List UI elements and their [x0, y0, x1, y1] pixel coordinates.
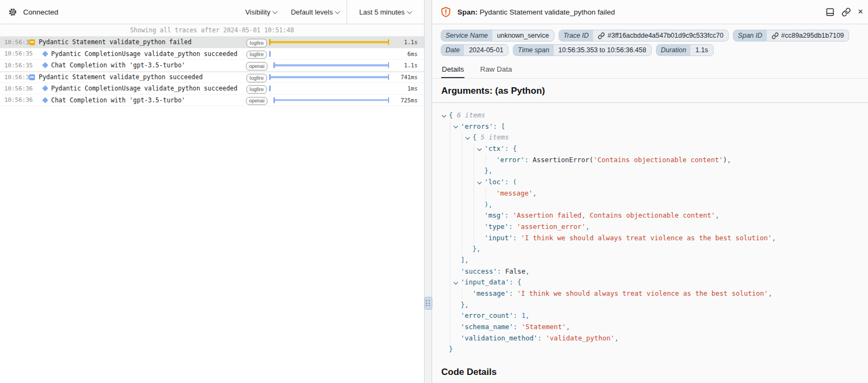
span-title-text: Pydantic Statement validate_python faile…	[479, 8, 615, 16]
link-icon[interactable]	[772, 32, 779, 39]
tab-details[interactable]: Details	[441, 62, 464, 78]
code-line: 'msg': 'Assertion failed, Contains objec…	[441, 210, 868, 221]
code-line: 'loc': (	[441, 177, 868, 188]
panel-divider	[425, 0, 432, 383]
span-diamond-icon	[42, 62, 48, 68]
duration-bar	[269, 60, 393, 71]
code-line: { 6 items	[441, 110, 868, 121]
trace-row[interactable]: 10:56:36Pydantic Statement validate_pyth…	[0, 72, 424, 83]
duration-bar	[269, 83, 393, 94]
collapse-toggle-info-icon[interactable]	[29, 74, 35, 80]
trace-row-timestamp: 10:56:35	[0, 62, 29, 69]
warning-shield-icon	[440, 6, 451, 18]
collapse-chevron-icon[interactable]	[477, 179, 482, 184]
trace-row-timestamp: 10:56:36	[0, 74, 29, 81]
meta-pill-label: Trace ID	[559, 30, 593, 41]
code-line: 'success': False,	[441, 266, 868, 277]
code-line: { 5 items	[441, 132, 868, 143]
trace-row[interactable]: 10:56:35Pydantic CompletionUsage validat…	[0, 48, 424, 60]
duration-label: 725ms	[393, 97, 424, 103]
scope-badge: logfire	[246, 74, 267, 82]
meta-pill-label: Date	[441, 45, 464, 55]
tab-raw-data[interactable]: Raw Data	[479, 62, 512, 78]
span-diamond-icon	[42, 97, 48, 103]
code-line: 'schema_name': 'Statement',	[441, 322, 868, 333]
trace-row[interactable]: 10:56:35Chat Completion with 'gpt-3.5-tu…	[0, 60, 424, 72]
duration-bar	[269, 95, 393, 106]
duration-label: 6ms	[393, 51, 424, 57]
default-levels-dropdown-label: Default levels	[291, 8, 333, 16]
traces-panel-header: Connected Visibility Default levels Last…	[0, 0, 424, 24]
trace-row-timestamp: 10:56:36	[0, 85, 29, 92]
link-icon[interactable]	[598, 32, 605, 39]
gear-icon[interactable]	[8, 8, 17, 17]
meta-pill: Time span10:56:35.353 to 10:56:36.458	[513, 44, 652, 56]
collapse-chevron-icon[interactable]	[442, 113, 446, 117]
connection-status: Connected	[23, 8, 58, 16]
meta-pill-value: 10:56:35.353 to 10:56:36.458	[554, 45, 651, 55]
resize-grip-handle[interactable]	[424, 297, 432, 310]
span-meta: Service Nameunknown_serviceTrace ID#3ff1…	[432, 24, 868, 56]
code-line: },	[441, 243, 868, 255]
meta-pill-value: #cc89a295db1b7109	[767, 30, 849, 41]
code-line: ),	[441, 199, 868, 211]
meta-pill: Trace ID#3ff16acbdde4a547b01d9c9c533fcc7…	[559, 30, 729, 41]
traces-panel: Connected Visibility Default levels Last…	[0, 0, 425, 383]
code-line: 'type': 'assertion_error',	[441, 221, 868, 233]
visibility-dropdown[interactable]: Visibility	[239, 0, 285, 24]
collapse-toggle-warning-icon[interactable]	[29, 39, 35, 45]
meta-pill-label: Duration	[657, 45, 690, 55]
code-line: 'validation_method': 'validate_python',	[441, 333, 868, 344]
meta-pill-value: #3ff16acbdde4a547b01d9c9c533fcc70	[593, 30, 728, 41]
collapse-chevron-icon[interactable]	[454, 280, 458, 284]
scope-badge: logfire	[246, 39, 267, 47]
dock-panel-icon[interactable]	[825, 8, 835, 17]
span-detail-header: Span: Pydantic Statement validate_python…	[432, 0, 868, 24]
code-line: 'input_data': {	[441, 277, 868, 288]
app-root: Connected Visibility Default levels Last…	[0, 0, 868, 383]
trace-row[interactable]: 10:56:36Pydantic CompletionUsage validat…	[0, 83, 424, 95]
meta-pill-value: 1.1s	[690, 45, 713, 55]
trace-row[interactable]: 10:56:36Chat Completion with 'gpt-3.5-tu…	[0, 95, 424, 107]
duration-bar	[269, 48, 393, 60]
trace-row-title: Pydantic CompletionUsage validate_python…	[51, 85, 244, 92]
chevron-down-icon	[273, 9, 278, 14]
code-line: 'input': 'I think we should always treat…	[441, 233, 868, 244]
code-line: 'message',	[441, 188, 868, 199]
code-line: 'ctx': {	[441, 143, 868, 155]
span-diamond-icon	[42, 51, 48, 57]
meta-pill: Service Nameunknown_service	[441, 30, 554, 41]
default-levels-dropdown[interactable]: Default levels	[284, 0, 347, 24]
meta-pill-label: Span ID	[733, 30, 766, 41]
span-title: Span: Pydantic Statement validate_python…	[457, 8, 615, 16]
code-line: 'errors': [	[441, 121, 868, 133]
code-line: },	[441, 165, 868, 177]
meta-pill-value: 2024-05-01	[464, 45, 508, 55]
meta-pill: Span ID#cc89a295db1b7109	[733, 30, 849, 41]
trace-row-timestamp: 10:56:36	[0, 96, 29, 103]
close-icon[interactable]: ×	[858, 6, 863, 17]
duration-label: 1.1s	[393, 62, 424, 68]
code-line: 'error_count': 1,	[441, 310, 868, 322]
code-line: 'message': 'I think we should always tre…	[441, 288, 868, 300]
collapse-chevron-icon[interactable]	[454, 124, 458, 128]
trace-row-timestamp: 10:56:35	[0, 50, 29, 57]
scope-badge: openai	[246, 62, 268, 70]
meta-pill-label: Time span	[513, 45, 553, 55]
span-diamond-icon	[42, 86, 48, 92]
visibility-dropdown-label: Visibility	[245, 8, 271, 16]
span-title-prefix: Span:	[457, 8, 478, 16]
scope-badge: logfire	[246, 85, 267, 93]
duration-label: 741ms	[393, 74, 424, 80]
duration-bar	[269, 37, 393, 48]
trace-row-title: Pydantic Statement validate_python succe…	[39, 73, 244, 81]
collapse-chevron-icon[interactable]	[477, 146, 482, 150]
link-icon[interactable]	[842, 8, 851, 17]
trace-row-title: Pydantic Statement validate_python faile…	[39, 38, 244, 46]
collapse-chevron-icon[interactable]	[465, 135, 470, 140]
duration-bar	[269, 72, 393, 83]
time-range-dropdown-label: Last 5 minutes	[359, 8, 405, 16]
scope-badge: openai	[246, 97, 268, 105]
trace-row[interactable]: 10:56:35Pydantic Statement validate_pyth…	[0, 37, 424, 48]
time-range-dropdown[interactable]: Last 5 minutes	[347, 0, 424, 24]
